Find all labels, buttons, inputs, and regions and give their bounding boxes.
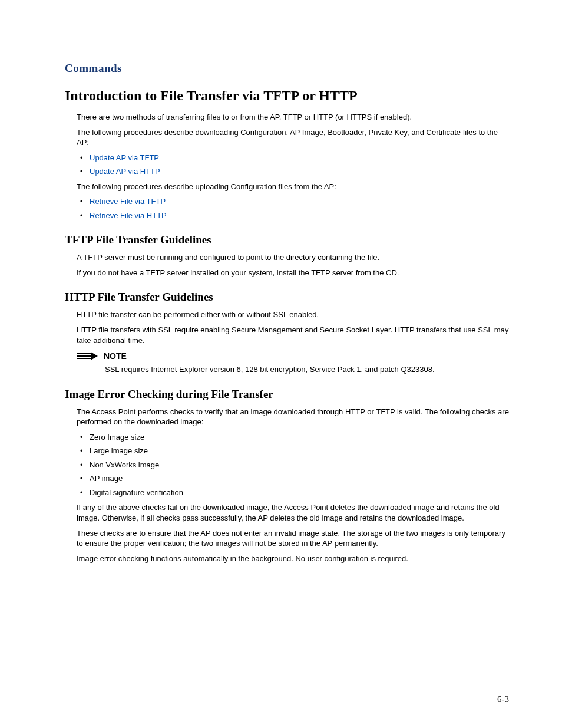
imageerr-heading: Image Error Checking during File Transfe… — [65, 388, 509, 401]
list-item: Zero Image size — [77, 432, 509, 443]
list-item: Update AP via TFTP — [77, 153, 509, 163]
note-block: NOTE SSL requires Internet Explorer vers… — [77, 351, 509, 375]
intro-paragraph-3: The following procedures describe upload… — [77, 182, 509, 192]
retrieve-tftp-link[interactable]: Retrieve File via TFTP — [90, 197, 166, 206]
list-item: AP image — [77, 473, 509, 484]
note-header: NOTE — [77, 351, 509, 361]
arrow-right-icon — [77, 352, 98, 360]
note-label: NOTE — [104, 351, 127, 361]
checks-list: Zero Image size Large image size Non VxW… — [77, 432, 509, 498]
update-http-link[interactable]: Update AP via HTTP — [90, 167, 160, 176]
document-page: Commands Introduction to File Transfer v… — [0, 0, 562, 728]
intro-paragraph-2: The following procedures describe downlo… — [77, 127, 509, 148]
svg-marker-3 — [91, 352, 98, 360]
intro-paragraph-1: There are two methods of transferring fi… — [77, 112, 509, 123]
imageerr-paragraph-3: These checks are to ensure that the AP d… — [77, 528, 509, 549]
upload-links-list: Retrieve File via TFTP Retrieve File via… — [77, 196, 509, 220]
tftp-paragraph-2: If you do not have a TFTP server install… — [77, 268, 509, 278]
imageerr-paragraph-4: Image error checking functions automatic… — [77, 554, 509, 564]
list-item: Retrieve File via HTTP — [77, 210, 509, 221]
imageerr-paragraph-1: The Access Point performs checks to veri… — [77, 407, 509, 427]
note-text: SSL requires Internet Explorer version 6… — [105, 364, 509, 375]
retrieve-http-link[interactable]: Retrieve File via HTTP — [90, 211, 167, 220]
list-item: Non VxWorks image — [77, 460, 509, 470]
tftp-heading: TFTP File Transfer Guidelines — [65, 233, 509, 246]
list-item: Update AP via HTTP — [77, 166, 509, 177]
tftp-paragraph-1: A TFTP server must be running and config… — [77, 252, 509, 263]
page-title: Introduction to File Transfer via TFTP o… — [65, 88, 509, 104]
http-heading: HTTP File Transfer Guidelines — [65, 291, 509, 304]
http-paragraph-2: HTTP file transfers with SSL require ena… — [77, 325, 509, 345]
list-item: Retrieve File via TFTP — [77, 196, 509, 207]
imageerr-paragraph-2: If any of the above checks fail on the d… — [77, 502, 509, 523]
list-item: Digital signature verification — [77, 487, 509, 498]
update-tftp-link[interactable]: Update AP via TFTP — [90, 153, 159, 162]
download-links-list: Update AP via TFTP Update AP via HTTP — [77, 153, 509, 177]
http-paragraph-1: HTTP file transfer can be performed eith… — [77, 309, 509, 320]
chapter-heading: Commands — [65, 62, 509, 75]
page-number: 6-3 — [497, 694, 509, 704]
list-item: Large image size — [77, 446, 509, 456]
